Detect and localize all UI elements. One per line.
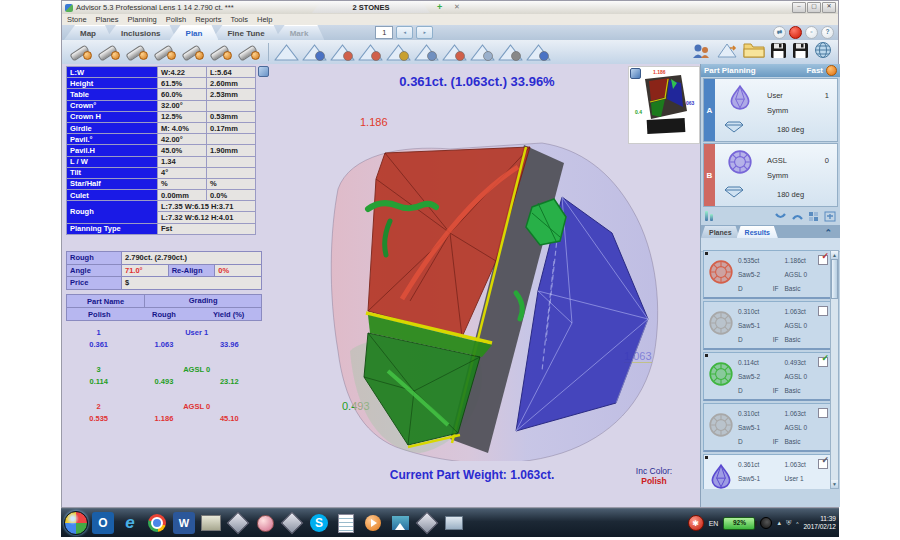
save-icon[interactable] bbox=[770, 42, 787, 63]
start-orb[interactable] bbox=[64, 511, 88, 535]
diamond-app-1-icon[interactable] bbox=[227, 512, 249, 534]
saw-tool-2-icon[interactable] bbox=[96, 43, 122, 62]
ball-app-icon[interactable] bbox=[254, 512, 276, 534]
results-scrollbar[interactable]: ▲ ▼ bbox=[830, 250, 839, 489]
grading-part-row[interactable]: 3AGSL 00.1140.49323.12 bbox=[66, 363, 262, 387]
diamond-facets-icon[interactable] bbox=[385, 43, 412, 62]
part-card-b[interactable]: BAGSL0Symm180 deg bbox=[703, 143, 838, 207]
tray-shield-icon[interactable]: ⛨ bbox=[786, 519, 791, 527]
diamond-app-3-icon[interactable] bbox=[416, 512, 438, 534]
result-checkbox[interactable] bbox=[818, 408, 828, 418]
grading-part-row[interactable]: 1User 10.3611.06333.96 bbox=[66, 326, 262, 350]
photo-app-icon[interactable] bbox=[389, 512, 411, 534]
outlook-icon[interactable]: O bbox=[92, 512, 114, 534]
help-button[interactable]: ? bbox=[821, 26, 834, 39]
tab-mark[interactable]: Mark bbox=[274, 25, 325, 40]
menu-item-reports[interactable]: Reports bbox=[195, 15, 221, 24]
notes-app-icon[interactable] bbox=[335, 512, 357, 534]
result-row[interactable]: 0.361ct1.063ctSaw5-1User 1DIFBasic✓ bbox=[703, 454, 832, 489]
close-button[interactable]: ✕ bbox=[822, 2, 836, 13]
menu-item-polish[interactable]: Polish bbox=[166, 15, 186, 24]
menu-item-tools[interactable]: Tools bbox=[230, 15, 248, 24]
diamond-drag-icon[interactable] bbox=[497, 43, 524, 62]
menu-item-help[interactable]: Help bbox=[257, 15, 272, 24]
restore-button[interactable]: ▢ bbox=[807, 2, 821, 13]
drill-tool-icon[interactable] bbox=[180, 43, 206, 62]
menu-item-planning[interactable]: Planning bbox=[128, 15, 157, 24]
page-next-button[interactable]: ▸ bbox=[416, 26, 433, 39]
swap-view-button[interactable]: ⇄ bbox=[773, 26, 786, 39]
skype-icon[interactable]: S bbox=[308, 512, 330, 534]
diamond-mark-red-icon[interactable] bbox=[441, 43, 468, 62]
add-stone-icon[interactable]: + bbox=[437, 2, 442, 12]
scroll-down-icon[interactable]: ▼ bbox=[831, 480, 838, 488]
diamond-outline-icon[interactable] bbox=[273, 43, 300, 62]
network-icon[interactable]: ᶺ bbox=[796, 520, 798, 527]
diamond-cloud-icon[interactable] bbox=[469, 43, 496, 62]
realign-label[interactable]: Re-Align bbox=[168, 264, 215, 277]
tray-language[interactable]: EN bbox=[709, 520, 719, 527]
fast-mode-icon[interactable] bbox=[826, 65, 837, 76]
gear-tool-icon[interactable] bbox=[208, 43, 234, 62]
battery-indicator[interactable]: 92% bbox=[723, 517, 755, 530]
scroll-up-icon[interactable]: ▲ bbox=[831, 251, 838, 259]
taskbar-clock[interactable]: 11:392017/02/12 bbox=[803, 515, 836, 531]
diamond-rotate-icon[interactable] bbox=[525, 43, 552, 62]
save-as-icon[interactable] bbox=[792, 42, 809, 63]
window-app-icon[interactable] bbox=[443, 512, 465, 534]
diamond-lock-red-icon[interactable] bbox=[357, 43, 384, 62]
inc-color-value[interactable]: Polish bbox=[614, 476, 694, 486]
grading-part-row[interactable]: 2AGSL 00.5351.18645.10 bbox=[66, 400, 262, 424]
diamond-3d-view[interactable] bbox=[310, 141, 680, 461]
grid-swap-icon[interactable] bbox=[824, 211, 836, 222]
plan-canvas[interactable]: 0.361ct. (1.063ct.) 33.96% 1.186 0.493 1… bbox=[262, 64, 700, 507]
folder-icon[interactable] bbox=[743, 42, 765, 63]
users-icon[interactable] bbox=[691, 42, 711, 63]
tab-map[interactable]: Map bbox=[64, 25, 112, 40]
export-icon[interactable] bbox=[716, 42, 738, 63]
saw-tool-1-icon[interactable] bbox=[68, 43, 94, 62]
title-bar[interactable]: Advisor 5.3 Professional Lens 1 14 2.790… bbox=[62, 1, 838, 15]
thumbnail-expand-icon[interactable] bbox=[630, 68, 641, 79]
results-tab-planes[interactable]: Planes bbox=[701, 226, 740, 238]
collapse-down-icon[interactable] bbox=[774, 212, 787, 221]
sort-icon[interactable] bbox=[705, 211, 713, 221]
tray-red-badge-icon[interactable]: ✱ bbox=[688, 515, 704, 531]
part-card-a[interactable]: AUser1Symm180 deg bbox=[703, 78, 838, 142]
media-app-icon[interactable] bbox=[200, 512, 222, 534]
result-checkbox[interactable] bbox=[818, 306, 828, 316]
result-row[interactable]: 0.114ct0.493ctSaw5-2AGSL 0DIFBasic✓ bbox=[703, 352, 832, 401]
grid-settings-icon[interactable] bbox=[808, 211, 820, 222]
collapse-up-icon[interactable] bbox=[791, 212, 804, 221]
results-tab-results[interactable]: Results bbox=[737, 226, 778, 238]
angle-value[interactable]: 71.0° bbox=[122, 264, 169, 277]
tab-fine-tune[interactable]: Fine Tune bbox=[211, 25, 280, 40]
volume-moon-icon[interactable] bbox=[760, 517, 772, 529]
menu-item-planes[interactable]: Planes bbox=[96, 15, 119, 24]
diamond-split-red-icon[interactable] bbox=[329, 43, 356, 62]
page-number-box[interactable]: 1 bbox=[375, 26, 393, 39]
result-row[interactable]: 0.535ct1.186ctSaw5-2AGSL 0DIFBasic✓ bbox=[703, 250, 832, 299]
orientation-thumbnail[interactable]: 1.186 063 0.4 bbox=[628, 66, 700, 144]
selection-button[interactable]: ▫ bbox=[805, 26, 818, 39]
clip-tool-icon[interactable] bbox=[152, 43, 178, 62]
page-prev-button[interactable]: ◂ bbox=[396, 26, 413, 39]
word-icon[interactable]: W bbox=[173, 512, 195, 534]
internet-explorer-icon[interactable]: e bbox=[119, 512, 141, 534]
price-value[interactable]: $ bbox=[122, 277, 262, 290]
diamond-plan-icon[interactable] bbox=[413, 43, 440, 62]
scroll-thumb[interactable] bbox=[831, 259, 838, 299]
chrome-icon[interactable] bbox=[146, 512, 168, 534]
result-row[interactable]: 0.310ct1.063ctSaw5-1AGSL 0DIFBasic bbox=[703, 301, 832, 350]
stones-tab[interactable]: 2 STONES bbox=[312, 1, 430, 13]
result-row[interactable]: 0.310ct1.063ctSaw5-1AGSL 0DIFBasic bbox=[703, 403, 832, 452]
panel-collapse-icon[interactable]: ⌃ bbox=[824, 228, 832, 238]
tray-expand-icon[interactable]: ▴ bbox=[777, 519, 781, 527]
diamond-app-2-icon[interactable] bbox=[281, 512, 303, 534]
globe-icon[interactable] bbox=[814, 41, 832, 63]
record-button[interactable] bbox=[789, 26, 802, 39]
laser-tool-icon[interactable] bbox=[236, 43, 262, 62]
menu-item-stone[interactable]: Stone bbox=[67, 15, 87, 24]
tab-inclusions[interactable]: Inclusions bbox=[105, 25, 177, 40]
minimize-button[interactable]: – bbox=[792, 2, 806, 13]
